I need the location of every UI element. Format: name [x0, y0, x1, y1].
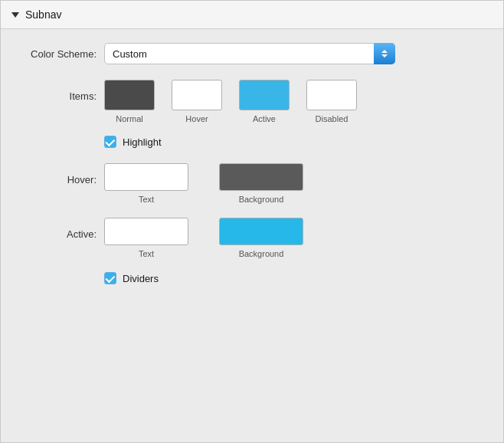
active-bg-input[interactable]: [219, 218, 303, 245]
highlight-checkbox-wrapper: Highlight: [104, 136, 162, 148]
panel-title: Subnav: [25, 8, 61, 21]
hover-fields: Text Background: [104, 163, 303, 204]
swatch-hover: Hover: [172, 80, 222, 123]
swatch-hover-box[interactable]: [172, 80, 222, 110]
items-label: Items:: [16, 80, 104, 102]
color-scheme-select-wrapper: Custom: [104, 43, 395, 64]
hover-text-label: Text: [139, 195, 154, 204]
color-scheme-row: Color Scheme: Custom: [16, 43, 488, 64]
hover-text-field: Text: [104, 163, 188, 204]
collapse-icon[interactable]: [11, 12, 19, 18]
swatch-disabled: Disabled: [306, 80, 357, 123]
highlight-label: Highlight: [123, 136, 162, 148]
hover-row: Hover: Text Background: [16, 163, 488, 204]
active-text-field: Text: [104, 218, 188, 258]
color-scheme-select[interactable]: Custom: [104, 43, 395, 64]
swatch-normal-label: Normal: [116, 114, 142, 123]
active-label: Active:: [16, 218, 104, 240]
swatch-disabled-label: Disabled: [316, 114, 349, 123]
swatch-hover-label: Hover: [185, 114, 208, 123]
swatch-disabled-box[interactable]: [306, 80, 357, 110]
swatch-active-label: Active: [253, 114, 276, 123]
active-bg-field: Background: [219, 218, 303, 258]
active-row: Active: Text Background: [16, 218, 488, 258]
subnav-panel: Subnav Color Scheme: Custom Items:: [0, 0, 504, 443]
hover-label: Hover:: [16, 163, 104, 185]
active-bg-label: Background: [239, 249, 284, 258]
dividers-label: Dividers: [123, 273, 159, 284]
active-text-label: Text: [139, 249, 154, 258]
swatch-active-box[interactable]: [239, 80, 290, 110]
active-text-input[interactable]: [104, 218, 188, 245]
color-scheme-label: Color Scheme:: [16, 48, 104, 60]
dividers-row: Dividers: [104, 272, 488, 284]
items-row: Items: Normal Hover Active Disabled: [16, 80, 488, 123]
hover-bg-field: Background: [219, 163, 303, 204]
swatch-normal-box[interactable]: [104, 80, 155, 110]
highlight-checkbox[interactable]: [104, 136, 116, 148]
swatch-normal: Normal: [104, 80, 155, 123]
active-fields: Text Background: [104, 218, 303, 258]
dividers-checkbox-wrapper: Dividers: [104, 272, 159, 284]
panel-header: Subnav: [1, 1, 503, 29]
items-swatches: Normal Hover Active Disabled: [104, 80, 357, 123]
highlight-row: Highlight: [104, 136, 488, 148]
dividers-checkbox[interactable]: [104, 272, 116, 284]
swatch-active: Active: [239, 80, 290, 123]
hover-text-input[interactable]: [104, 163, 188, 191]
hover-bg-input[interactable]: [219, 163, 303, 191]
hover-bg-label: Background: [239, 195, 284, 204]
panel-body: Color Scheme: Custom Items: Normal: [1, 29, 503, 298]
